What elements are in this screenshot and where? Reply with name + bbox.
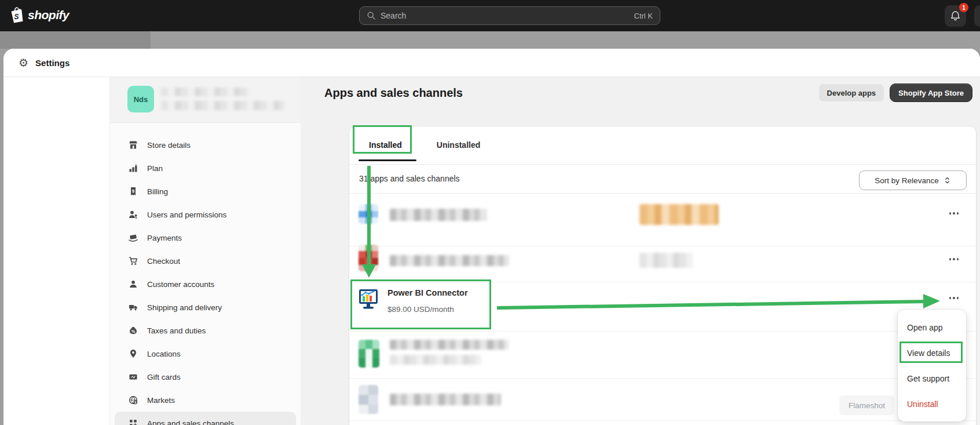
- menu-item-open-app[interactable]: Open app: [898, 315, 966, 340]
- sidebar-item-gift-cards[interactable]: Gift cards: [110, 365, 301, 388]
- apps-count-text: 31 apps and sales channels: [359, 165, 460, 193]
- app-name-redacted: [390, 394, 501, 405]
- app-row-redacted-1[interactable]: [349, 193, 976, 246]
- shopify-app-store-button[interactable]: Shopify App Store: [890, 83, 972, 102]
- svg-text:S: S: [14, 13, 19, 21]
- page-title: Apps and sales channels: [324, 86, 463, 100]
- sidebar-item-users-permissions[interactable]: Users and permissions: [110, 203, 301, 226]
- gear-icon: ⚙: [19, 57, 28, 68]
- store-card[interactable]: Nds: [110, 77, 301, 123]
- bell-icon: [950, 10, 961, 21]
- checkout-cart-icon: [129, 256, 138, 266]
- sidebar-item-label: Taxes and duties: [147, 326, 206, 335]
- store-avatar: Nds: [127, 86, 154, 112]
- billing-icon: $: [129, 187, 138, 196]
- users-icon: [129, 210, 138, 219]
- row-actions-button[interactable]: [947, 256, 961, 263]
- sidebar-item-label: Users and permissions: [147, 210, 226, 219]
- app-row-redacted-2[interactable]: [349, 246, 976, 282]
- sidebar-item-shipping-delivery[interactable]: Shipping and delivery: [110, 296, 301, 319]
- status-badge-redacted: [639, 204, 719, 225]
- left-gutter: [3, 77, 109, 425]
- sidebar-item-plan[interactable]: Plan: [110, 157, 301, 180]
- svg-text:$: $: [132, 188, 135, 194]
- sidebar-item-label: Customer accounts: [147, 280, 214, 289]
- sidebar-item-label: Checkout: [147, 257, 180, 266]
- app-row-redacted-3[interactable]: [349, 332, 976, 379]
- store-name-redacted: [161, 88, 251, 96]
- content-header: Apps and sales channels Develop apps Sho…: [324, 81, 972, 105]
- store-email-redacted: [161, 101, 284, 110]
- settings-body: Nds Store details Plan $ Billing: [3, 77, 980, 425]
- sidebar-item-store-details[interactable]: Store details: [110, 133, 301, 157]
- apps-list-card: Installed Uninstalled 31 apps and sales …: [349, 126, 976, 425]
- shipping-truck-icon: [129, 303, 138, 312]
- sidebar-nav-list: Store details Plan $ Billing Users and p…: [110, 123, 301, 425]
- row-actions-button[interactable]: [947, 295, 961, 302]
- sidebar-item-label: Payments: [147, 234, 182, 242]
- menu-item-get-support[interactable]: Get support: [898, 366, 966, 391]
- app-price: $89.00 USD/month: [387, 305, 454, 314]
- shopify-wordmark: shopify: [28, 8, 69, 22]
- payments-icon: [129, 233, 138, 242]
- app-meta-redacted: [639, 253, 693, 268]
- markets-globe-icon: $: [129, 395, 138, 405]
- settings-title: Settings: [35, 58, 70, 68]
- app-name: Power BI Connector: [387, 288, 468, 297]
- tabs: Installed Uninstalled: [359, 133, 491, 157]
- plan-icon: [129, 164, 138, 173]
- settings-header: ⚙ Settings: [3, 49, 980, 77]
- dimmed-backdrop: [0, 31, 151, 49]
- apps-icon: [129, 419, 138, 425]
- row-actions-button[interactable]: [947, 210, 961, 217]
- app-name-redacted: [390, 255, 509, 266]
- sidebar-item-label: Billing: [147, 187, 168, 196]
- app-icon-red-pixelated: [359, 245, 378, 271]
- svg-text:%: %: [131, 329, 136, 334]
- app-icon-blue-pixelated: [359, 204, 378, 224]
- store-icon: [129, 140, 138, 150]
- taxes-icon: %: [129, 326, 138, 335]
- search-input[interactable]: [381, 11, 630, 20]
- sidebar-item-markets[interactable]: $ Markets: [110, 388, 301, 412]
- sidebar-item-payments[interactable]: Payments: [110, 226, 301, 249]
- locations-pin-icon: [129, 349, 138, 358]
- global-search[interactable]: Ctrl K: [359, 6, 660, 25]
- sidebar-item-billing[interactable]: $ Billing: [110, 180, 301, 203]
- customer-accounts-icon: [129, 279, 138, 289]
- sidebar-item-customer-accounts[interactable]: Customer accounts: [110, 273, 301, 296]
- sidebar-item-label: Shipping and delivery: [147, 303, 222, 312]
- search-icon: [367, 11, 376, 20]
- shopify-logo: S shopify: [9, 6, 69, 24]
- topbar: S shopify Ctrl K 1: [0, 0, 980, 31]
- sidebar-item-label: Apps and sales channels: [147, 419, 234, 425]
- app-icon-gray-pixelated: [359, 385, 378, 414]
- sort-label: Sort by Relevance: [875, 176, 938, 185]
- notification-count-badge: 1: [959, 3, 968, 12]
- sort-chevrons-icon: [944, 176, 951, 184]
- app-name-redacted: [390, 209, 487, 221]
- tab-installed[interactable]: Installed: [359, 133, 412, 157]
- list-meta-row: 31 apps and sales channels Sort by Relev…: [349, 165, 976, 193]
- sidebar-item-taxes-duties[interactable]: % Taxes and duties: [110, 319, 301, 342]
- header-actions: Develop apps Shopify App Store: [819, 83, 972, 102]
- app-row-power-bi-connector[interactable]: Power BI Connector $89.00 USD/month: [349, 282, 976, 332]
- sidebar-item-label: Locations: [147, 350, 181, 358]
- sort-button[interactable]: Sort by Relevance: [859, 170, 967, 190]
- shopify-bag-icon: S: [9, 6, 24, 24]
- app-icon-green-pixelated: [359, 340, 379, 368]
- menu-item-uninstall[interactable]: Uninstall: [898, 391, 966, 417]
- menu-item-view-details[interactable]: View details: [898, 340, 966, 366]
- settings-modal: ⚙ Settings Nds Store details Plan: [3, 49, 980, 425]
- row-context-menu: Open app View details Get support Uninst…: [898, 310, 966, 422]
- tab-uninstalled[interactable]: Uninstalled: [426, 133, 491, 157]
- settings-sidebar: Nds Store details Plan $ Billing: [109, 77, 301, 425]
- sidebar-item-label: Markets: [147, 396, 175, 405]
- sidebar-item-locations[interactable]: Locations: [110, 342, 301, 365]
- sidebar-item-checkout[interactable]: Checkout: [110, 249, 301, 273]
- develop-apps-button[interactable]: Develop apps: [819, 84, 884, 101]
- notifications-button[interactable]: 1: [945, 5, 966, 27]
- topbar-partial-button[interactable]: [974, 5, 980, 27]
- sidebar-item-label: Gift cards: [147, 373, 181, 382]
- sidebar-item-apps-sales-channels[interactable]: Apps and sales channels: [115, 412, 296, 425]
